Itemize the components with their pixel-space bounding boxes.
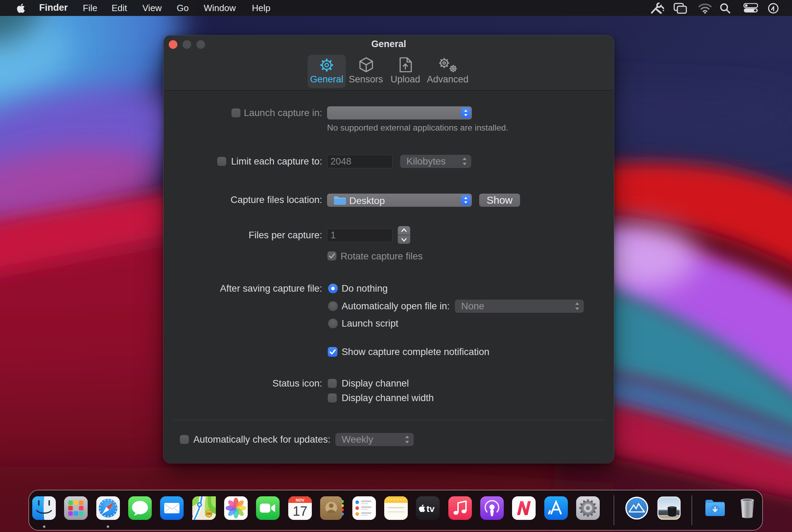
svg-text:NOV: NOV [296,498,305,502]
svg-text:17: 17 [293,504,307,518]
svg-text:tv: tv [426,504,435,514]
svg-text:280: 280 [206,512,211,515]
